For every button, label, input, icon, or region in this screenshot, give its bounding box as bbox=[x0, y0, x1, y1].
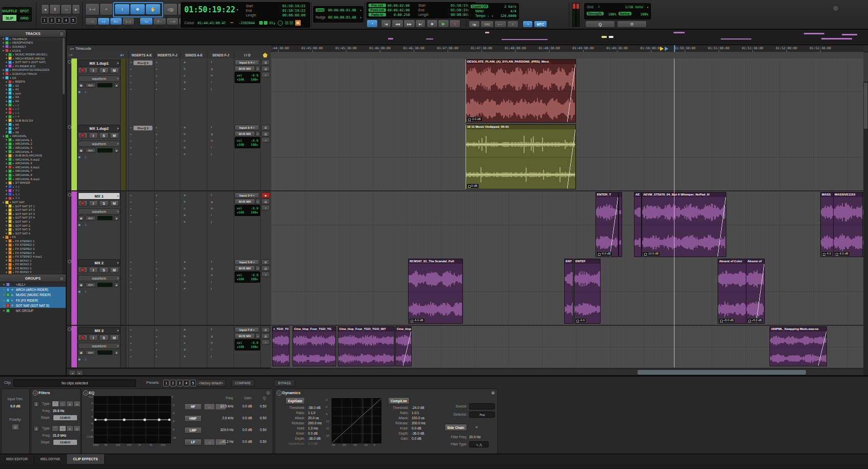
toolbar-options-icon[interactable] bbox=[833, 5, 839, 11]
insert-slot-dot[interactable] bbox=[156, 154, 157, 155]
sidebar-track-item[interactable]: ▸ARCHIVAL 8 bbox=[0, 173, 62, 177]
group-item[interactable]: dSOT NAT (SOT NAT S) bbox=[0, 303, 66, 308]
grabber-tool-icon[interactable]: ✥ bbox=[130, 4, 145, 15]
mute-button[interactable]: M bbox=[110, 67, 120, 73]
filter-shape-icon[interactable]: ∧ bbox=[66, 425, 73, 432]
track-show-dot[interactable] bbox=[6, 198, 7, 199]
insert-plugin-button[interactable]: Pro-Q 3 bbox=[133, 61, 152, 65]
track-mini-icon-1[interactable]: ⊞ bbox=[261, 327, 270, 333]
track-show-dot[interactable] bbox=[6, 256, 7, 258]
eq-gain-value[interactable]: 0.0 dB bbox=[237, 440, 252, 443]
dynamics-close-icon[interactable]: ⊗ bbox=[490, 390, 496, 396]
delay-compensation-label[interactable]: Dly bbox=[269, 21, 276, 25]
send-slot-label[interactable]: j bbox=[211, 220, 211, 223]
monitor-mode-badge[interactable]: M bbox=[295, 20, 301, 26]
insert-slot-dot[interactable] bbox=[156, 356, 157, 357]
audio-clip[interactable]: ENTER_T-6.0 dB bbox=[595, 192, 619, 257]
send-slot-label[interactable]: b bbox=[184, 335, 185, 338]
tab-midi-editor[interactable]: MIDI EDITOR bbox=[0, 454, 34, 464]
insert-slot-dot[interactable] bbox=[156, 329, 157, 330]
group-dot[interactable] bbox=[3, 300, 5, 301]
clip-gain-badge[interactable]: -6.0 dB bbox=[409, 318, 425, 323]
track-show-dot[interactable] bbox=[6, 128, 7, 129]
clip-gain-badge[interactable]: +5.0 dB bbox=[747, 318, 763, 323]
fast-forward-button[interactable]: ▶▶ bbox=[403, 19, 415, 28]
mtc-button[interactable]: MTC bbox=[534, 21, 547, 28]
send-slot-label[interactable]: e bbox=[184, 152, 185, 155]
audio-clip[interactable]: Cine_Hop_Four_TGO_TGO_007 bbox=[338, 326, 395, 366]
output-plus-icon[interactable]: + bbox=[255, 265, 260, 271]
folder-arrow-icon[interactable]: ▾ bbox=[10, 49, 11, 52]
send-slot-label[interactable]: j bbox=[211, 355, 211, 358]
source-dropdown[interactable] bbox=[469, 403, 495, 409]
insert-slot-dot[interactable] bbox=[130, 134, 131, 135]
zoom-preset-button[interactable]: 2 bbox=[48, 17, 55, 24]
audio-clip[interactable]: r_TGO_TC bbox=[272, 326, 290, 366]
mute-button[interactable]: M bbox=[110, 267, 120, 273]
eq-freq-value[interactable]: 329.0 Hz bbox=[210, 428, 234, 432]
send-slot-label[interactable]: a bbox=[184, 328, 185, 331]
shuffle-mode-button[interactable]: SHUFFLE bbox=[2, 7, 17, 14]
track-show-dot[interactable] bbox=[6, 62, 7, 63]
eq-q-value[interactable]: 0.50 bbox=[254, 404, 266, 408]
sidebar-track-item[interactable]: ▸SOUNDLY bbox=[0, 45, 62, 49]
insert-slot-dot[interactable] bbox=[130, 262, 131, 263]
track-show-dot[interactable] bbox=[3, 77, 4, 79]
track-show-dot[interactable] bbox=[6, 57, 7, 59]
sidebar-track-item[interactable]: ▸ST MAKER bbox=[0, 181, 62, 185]
send-slot-label[interactable]: j bbox=[211, 87, 211, 90]
track-show-dot[interactable] bbox=[6, 92, 7, 94]
track-show-dot[interactable] bbox=[6, 116, 7, 118]
eq-band-button[interactable]: LMF bbox=[184, 427, 202, 434]
dyn-row-value[interactable]: 0.0 dB bbox=[308, 432, 318, 435]
send-slot-label[interactable]: g bbox=[211, 267, 213, 270]
zoom-preset-button[interactable]: 1 bbox=[41, 17, 48, 24]
nudge-dropdown-icon[interactable]: ▾ bbox=[360, 16, 361, 19]
track-lane[interactable]: r_TGO_TCCine_Hop_Four_TGO_TGCine_Hop_Fou… bbox=[271, 326, 863, 367]
send-slot-label[interactable]: d bbox=[184, 213, 185, 217]
eq-freq-value[interactable]: 10.5 kHz bbox=[210, 404, 234, 408]
folder-arrow-icon[interactable]: ▾ bbox=[10, 76, 11, 80]
column-header-3[interactable]: SENDS F-J bbox=[207, 52, 234, 58]
filter-freq-value[interactable]: 21.0 kHz bbox=[53, 434, 66, 437]
track-mini-icon-3[interactable]: + bbox=[261, 72, 270, 77]
input-dropdown-icon[interactable]: ▾ bbox=[253, 328, 255, 331]
zoom-preset-button[interactable]: 5 bbox=[70, 17, 76, 24]
insert-slot-dot[interactable] bbox=[130, 141, 131, 142]
sidebar-track-item[interactable]: ▸SUB BUS ARCHIVE bbox=[0, 153, 62, 158]
send-slot-label[interactable]: d bbox=[184, 280, 185, 283]
send-slot-label[interactable]: j bbox=[211, 152, 211, 155]
insert-slot-dot[interactable] bbox=[130, 69, 131, 70]
timeline-insertion-led[interactable] bbox=[259, 21, 263, 25]
strength-label[interactable]: Strength: bbox=[587, 12, 604, 15]
output-path-button[interactable]: BUS MX bbox=[235, 199, 255, 204]
audio-zoom-icon[interactable]: ⇕ bbox=[49, 4, 61, 14]
sidebar-track-item[interactable]: ▸A4 bbox=[0, 99, 62, 103]
insert-slot-dot[interactable] bbox=[130, 208, 131, 209]
preset-button[interactable]: 3 bbox=[177, 380, 183, 386]
insert-slot-dot[interactable] bbox=[130, 147, 131, 148]
comp-lim-button[interactable]: Comp/Lim bbox=[388, 397, 410, 404]
track-view-selector[interactable]: waveform▾ bbox=[78, 75, 120, 82]
spot-mode-button[interactable]: SPOT bbox=[17, 7, 32, 14]
track-height-icon[interactable]: ⊥ bbox=[84, 357, 87, 361]
send-slot-label[interactable]: i bbox=[211, 213, 211, 217]
eq-gain-value[interactable]: 0.0 dB bbox=[237, 416, 252, 420]
track-height-icon[interactable]: ⊥ bbox=[84, 289, 87, 293]
sidebar-track-item[interactable]: ▸FX MONO 3 bbox=[0, 266, 62, 270]
group-item[interactable]: bMUSIC (MUSIC RIDER) bbox=[0, 292, 66, 298]
eq-gain-value[interactable]: 0.0 dB bbox=[237, 404, 252, 408]
track-show-dot[interactable] bbox=[6, 101, 7, 102]
sidebar-track-item[interactable]: ▸A3 bbox=[0, 95, 62, 100]
sidebar-track-item[interactable]: ▸SCRATCH TRACK bbox=[0, 72, 62, 76]
output-plus-icon[interactable]: + bbox=[255, 131, 260, 136]
eq-band-button[interactable]: HF bbox=[184, 403, 202, 410]
smart-tool-hand-icon[interactable]: ✋ bbox=[145, 4, 161, 15]
elastic-audio-icon[interactable]: ✽ bbox=[78, 148, 84, 153]
view-dropdown-icon[interactable]: ▾ bbox=[117, 142, 119, 145]
preset-button[interactable]: 2 bbox=[170, 380, 176, 386]
sidebar-track-item[interactable]: ▸ARCHIVAL 6.dup1 bbox=[0, 165, 62, 169]
eq-freq-value[interactable]: 2.6 kHz bbox=[210, 416, 234, 420]
send-slot-label[interactable]: h bbox=[211, 139, 213, 142]
dyn-dropdown-icon[interactable]: ▾ bbox=[114, 216, 119, 221]
